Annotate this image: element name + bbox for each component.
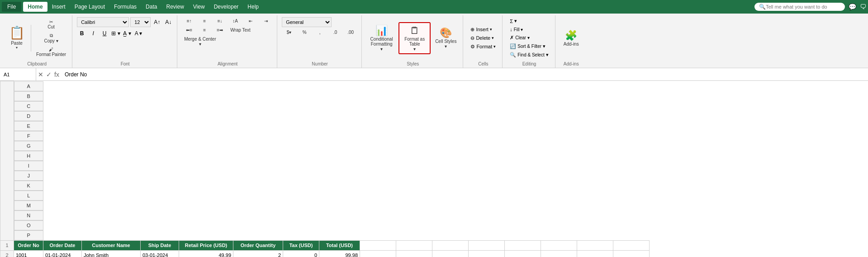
- increase-decimal-button[interactable]: .0: [328, 28, 342, 36]
- file-menu-button[interactable]: File: [2, 2, 21, 12]
- borders-button[interactable]: ⊞ ▾: [111, 28, 121, 38]
- underline-button[interactable]: U: [100, 28, 109, 38]
- indent-increase-button[interactable]: ⇥: [259, 17, 273, 25]
- align-right-button[interactable]: ≡➡: [213, 26, 227, 34]
- row-num-2[interactable]: 2: [0, 250, 14, 257]
- font-size-select[interactable]: 12: [130, 17, 151, 27]
- text-direction-button[interactable]: ↕A: [228, 17, 242, 25]
- sort-filter-button[interactable]: 🔃 Sort & Filter ▾: [507, 42, 548, 50]
- number-buttons-row: $▾ % , .0 .00: [282, 28, 358, 36]
- col-header-m[interactable]: M: [14, 201, 43, 210]
- insert-function-icon[interactable]: fx: [54, 71, 59, 78]
- developer-menu-item[interactable]: Developer: [209, 2, 243, 12]
- data-cell[interactable]: 03-01-2024: [141, 250, 179, 257]
- confirm-formula-icon[interactable]: ✓: [46, 71, 52, 78]
- italic-button[interactable]: I: [88, 28, 98, 38]
- col-header-e[interactable]: E: [14, 121, 43, 131]
- comma-button[interactable]: ,: [313, 28, 327, 36]
- review-menu-item[interactable]: Review: [161, 2, 188, 12]
- fill-color-button[interactable]: A̲ ▾: [122, 28, 132, 38]
- cut-button[interactable]: ✂Cut: [34, 18, 68, 31]
- fill-button[interactable]: ↓ Fill ▾: [507, 26, 526, 33]
- format-painter-button[interactable]: 🖌Format Painter: [34, 46, 68, 58]
- align-bottom-button[interactable]: ≡↓: [213, 17, 227, 25]
- cells-content: ⊕ Insert ▾ ⊖ Delete ▾ ⚙ Format ▾: [467, 15, 499, 61]
- header-retail-price[interactable]: Retail Price (USD): [179, 240, 233, 250]
- col-header-k[interactable]: K: [14, 181, 43, 191]
- header-customer-name[interactable]: Customer Name: [82, 240, 141, 250]
- insert-menu-item[interactable]: Insert: [47, 2, 70, 12]
- header-total[interactable]: Total (USD): [319, 240, 360, 250]
- search-box[interactable]: 🔍: [754, 3, 845, 11]
- col-header-a[interactable]: A: [14, 81, 43, 91]
- header-order-no[interactable]: Order No: [14, 240, 43, 250]
- align-left-button[interactable]: ⬅≡: [182, 26, 196, 34]
- col-header-p[interactable]: P: [14, 230, 43, 240]
- col-header-d[interactable]: D: [14, 111, 43, 121]
- accounting-format-button[interactable]: $▾: [282, 28, 296, 36]
- data-menu-item[interactable]: Data: [141, 2, 161, 12]
- bold-button[interactable]: B: [77, 28, 87, 38]
- col-header-c[interactable]: C: [14, 101, 43, 111]
- data-cell[interactable]: John Smith: [82, 250, 141, 257]
- data-cell[interactable]: 99.98: [319, 250, 360, 257]
- data-cell[interactable]: 1001: [14, 250, 43, 257]
- col-header-i[interactable]: I: [14, 161, 43, 171]
- column-header-row: A B C D E F G H I J K L M N O P: [0, 81, 650, 241]
- col-header-o[interactable]: O: [14, 220, 43, 230]
- delete-button[interactable]: ⊖ Delete ▾: [468, 34, 497, 42]
- increase-font-size-button[interactable]: A↑: [152, 17, 162, 27]
- col-header-l[interactable]: L: [14, 191, 43, 201]
- format-as-table-button[interactable]: 🗒 Format as Table ▾: [398, 22, 431, 54]
- conditional-formatting-button[interactable]: 📊 Conditional Formatting ▾: [366, 23, 397, 53]
- formula-input[interactable]: [61, 68, 868, 80]
- header-ship-date[interactable]: Ship Date: [141, 240, 179, 250]
- clear-button[interactable]: ✗ Clear ▾: [507, 34, 532, 42]
- col-header-h[interactable]: H: [14, 151, 43, 161]
- format-label: Format: [476, 44, 492, 49]
- merge-center-button[interactable]: Merge & Center ▾: [182, 35, 218, 48]
- header-tax[interactable]: Tax (USD): [283, 240, 319, 250]
- number-format-select[interactable]: General: [282, 17, 332, 27]
- wrap-text-button[interactable]: Wrap Text: [228, 26, 253, 34]
- header-order-date[interactable]: Order Date: [43, 240, 82, 250]
- paste-button[interactable]: 📋 Paste ▾: [5, 25, 28, 51]
- home-menu-item[interactable]: Home: [23, 2, 47, 12]
- col-header-j[interactable]: J: [14, 171, 43, 181]
- align-middle-button[interactable]: ≡: [197, 17, 212, 25]
- data-cell[interactable]: 0: [283, 250, 319, 257]
- sheet-wrapper[interactable]: A B C D E F G H I J K L M N O P: [0, 81, 868, 257]
- autosum-button[interactable]: Σ ▾: [507, 17, 520, 25]
- cell-reference-box[interactable]: A1: [0, 68, 36, 80]
- font-color-button[interactable]: A ▾: [133, 28, 143, 38]
- align-top-row: ≡↑ ≡ ≡↓ ↕A ⇤ ⇥: [182, 17, 273, 25]
- indent-decrease-button[interactable]: ⇤: [243, 17, 258, 25]
- find-select-button[interactable]: 🔍 Find & Select ▾: [507, 51, 551, 59]
- search-input[interactable]: [766, 4, 838, 9]
- insert-button[interactable]: ⊕ Insert ▾: [468, 26, 495, 33]
- col-header-b[interactable]: B: [14, 91, 43, 101]
- addins-button[interactable]: 🧩 Add-ins: [560, 28, 583, 48]
- align-center-button[interactable]: ≡: [197, 26, 212, 34]
- decrease-font-size-button[interactable]: A↓: [163, 17, 173, 27]
- decrease-decimal-button[interactable]: .00: [343, 28, 358, 36]
- col-header-f[interactable]: F: [14, 131, 43, 141]
- cancel-formula-icon[interactable]: ✕: [38, 71, 43, 78]
- col-header-n[interactable]: N: [14, 210, 43, 220]
- help-menu-item[interactable]: Help: [243, 2, 263, 12]
- data-cell[interactable]: 49.99: [179, 250, 233, 257]
- cell-styles-button[interactable]: 🎨 Cell Styles ▾: [432, 25, 459, 51]
- row-num-1[interactable]: 1: [0, 240, 14, 250]
- copy-button[interactable]: ⧉Copy ▾: [34, 32, 68, 45]
- col-header-g[interactable]: G: [14, 141, 43, 151]
- data-cell[interactable]: 01-01-2024: [43, 250, 82, 257]
- font-name-select[interactable]: Calibri: [77, 17, 129, 27]
- percent-button[interactable]: %: [297, 28, 312, 36]
- formulas-menu-item[interactable]: Formulas: [109, 2, 141, 12]
- view-menu-item[interactable]: View: [189, 2, 209, 12]
- header-order-quantity[interactable]: Order Quantity: [233, 240, 283, 250]
- format-button[interactable]: ⚙ Format ▾: [468, 43, 498, 51]
- page-layout-menu-item[interactable]: Page Layout: [70, 2, 109, 12]
- data-cell[interactable]: 2: [233, 250, 283, 257]
- align-top-button[interactable]: ≡↑: [182, 17, 196, 25]
